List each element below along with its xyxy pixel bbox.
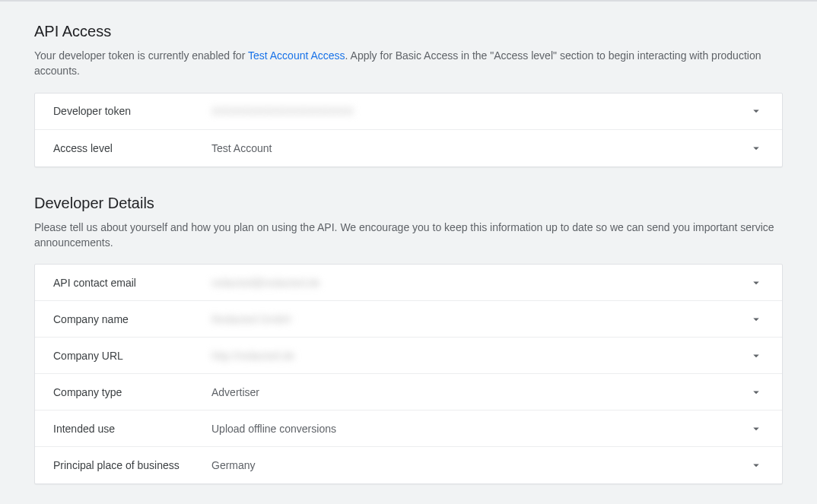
- company-type-value: Advertiser: [211, 386, 749, 398]
- developer-details-section: Developer Details Please tell us about y…: [34, 195, 783, 485]
- api-access-desc-before: Your developer token is currently enable…: [34, 49, 248, 62]
- api-access-card: Developer token XXXXXXXXXXXXXXXXXXXX Acc…: [34, 93, 783, 167]
- company-type-label: Company type: [53, 386, 211, 398]
- developer-token-label: Developer token: [53, 105, 211, 117]
- developer-token-value: XXXXXXXXXXXXXXXXXXXX: [211, 105, 749, 117]
- api-access-title: API Access: [34, 23, 783, 40]
- principal-place-value: Germany: [211, 459, 749, 471]
- principal-place-row[interactable]: Principal place of business Germany: [35, 447, 782, 483]
- intended-use-value: Upload offline conversions: [211, 423, 749, 435]
- test-account-access-link[interactable]: Test Account Access: [248, 49, 345, 62]
- developer-details-title: Developer Details: [34, 195, 783, 212]
- api-access-description: Your developer token is currently enable…: [34, 48, 783, 79]
- intended-use-label: Intended use: [53, 423, 211, 435]
- chevron-down-icon: [749, 141, 764, 155]
- company-name-row[interactable]: Company name Redacted GmbH: [35, 301, 782, 338]
- developer-details-description: Please tell us about yourself and how yo…: [34, 220, 783, 251]
- company-name-label: Company name: [53, 313, 211, 325]
- developer-details-card: API contact email redacted@redacted.de C…: [34, 264, 783, 484]
- chevron-down-icon: [749, 104, 764, 118]
- access-level-value: Test Account: [211, 142, 749, 154]
- principal-place-label: Principal place of business: [53, 459, 211, 471]
- chevron-down-icon: [749, 312, 764, 326]
- company-url-value: http://redacted.de: [211, 350, 749, 362]
- company-type-row[interactable]: Company type Advertiser: [35, 374, 782, 410]
- company-name-value: Redacted GmbH: [211, 313, 749, 325]
- company-url-row[interactable]: Company URL http://redacted.de: [35, 338, 782, 374]
- api-access-section: API Access Your developer token is curre…: [34, 23, 783, 167]
- chevron-down-icon: [749, 422, 764, 436]
- page-content: API Access Your developer token is curre…: [0, 2, 817, 504]
- access-level-label: Access level: [53, 142, 211, 154]
- chevron-down-icon: [749, 385, 764, 399]
- api-contact-email-row[interactable]: API contact email redacted@redacted.de: [35, 265, 782, 301]
- api-contact-email-label: API contact email: [53, 277, 211, 289]
- developer-token-row[interactable]: Developer token XXXXXXXXXXXXXXXXXXXX: [35, 94, 782, 130]
- chevron-down-icon: [749, 276, 764, 290]
- company-url-label: Company URL: [53, 350, 211, 362]
- access-level-row[interactable]: Access level Test Account: [35, 130, 782, 166]
- chevron-down-icon: [749, 458, 764, 472]
- intended-use-row[interactable]: Intended use Upload offline conversions: [35, 410, 782, 447]
- api-contact-email-value: redacted@redacted.de: [211, 277, 749, 289]
- chevron-down-icon: [749, 349, 764, 363]
